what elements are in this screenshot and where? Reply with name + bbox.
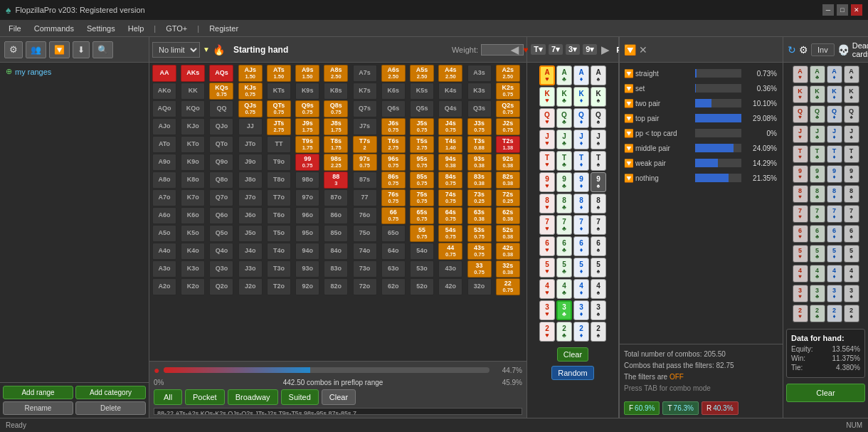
hand-cell-J7o[interactable]: J7o [238,189,263,206]
dead-card-7c[interactable]: 7♣ [810,205,825,223]
dead-card-8s[interactable]: 8♠ [844,185,859,203]
dead-card-Js[interactable]: J♠ [844,125,859,143]
delete-button[interactable]: Delete [75,401,146,415]
hand-cell-J4s[interactable]: J4s0.75 [438,118,462,135]
stat-filter-icon-4[interactable]: 🔽 [624,129,633,138]
hand-cell-Q7s[interactable]: Q7s [353,100,377,117]
hand-cell-T8s[interactable]: T8s1.75 [324,136,348,153]
hand-cell-53o[interactable]: 53o [410,260,434,278]
menu-settings[interactable]: Settings [81,23,121,34]
hand-cell-85o[interactable]: 85o [324,225,348,242]
hand-cell-K5s[interactable]: K5s [410,83,434,100]
stat-filter-icon-0[interactable]: 🔽 [624,69,633,78]
hand-cell-72o[interactable]: 72o [353,278,377,295]
hand-cell-A3s[interactable]: A3s [467,65,492,82]
hand-cell-ATs[interactable]: ATs1.50 [267,65,291,82]
hand-cell-92o[interactable]: 92o [295,278,319,295]
hand-cell-66[interactable]: 660.75 [381,207,406,224]
dead-card-4c[interactable]: 4♣ [810,265,825,283]
dead-card-As[interactable]: A♠ [844,65,859,83]
hand-cell-A5o[interactable]: A5o [152,225,176,242]
hand-cell-AQs[interactable]: AQs [209,65,233,82]
card-2c[interactable]: 2♣ [556,322,572,342]
nav-left[interactable]: ◀ [509,44,520,56]
hand-cell-K3s[interactable]: K3s [467,83,492,100]
hand-cell-96s[interactable]: 96s0.75 [381,154,406,171]
hand-cell-74o[interactable]: 74o [353,243,377,260]
hand-cell-74s[interactable]: 74s0.75 [438,189,462,206]
hand-cell-43s[interactable]: 43s0.75 [467,243,492,260]
dead-card-4s[interactable]: 4♠ [844,265,859,283]
hand-cell-94o[interactable]: 94o [295,243,319,260]
dead-card-2h[interactable]: 2♥ [793,305,808,322]
hand-cell-K9s[interactable]: K9s [295,83,319,100]
card-5d[interactable]: 5♦ [573,258,589,278]
card-3d[interactable]: 3♦ [573,300,589,320]
hand-cell-J8s[interactable]: J8s1.75 [324,118,348,135]
card-Ad[interactable]: A♦ [573,65,589,85]
menu-register[interactable]: Register [203,23,244,34]
range-item-root[interactable]: ⊕ my ranges [3,65,146,78]
card-2d[interactable]: 2♦ [573,322,589,342]
dead-card-Ah[interactable]: A♥ [793,65,808,83]
hand-cell-82o[interactable]: 82o [324,278,348,295]
dead-card-9c[interactable]: 9♣ [810,165,825,183]
hand-cell-Q4s[interactable]: Q4s [438,100,462,117]
rank-9-btn[interactable]: 9▾ [583,44,597,55]
dead-card-Ts[interactable]: T♠ [844,145,859,163]
hand-cell-K8o[interactable]: K8o [181,172,205,189]
hand-cell-JTs[interactable]: JTs2.75 [267,118,291,135]
hand-cell-K9o[interactable]: K9o [181,154,205,171]
hand-cell-KQo[interactable]: KQo [181,100,205,117]
hand-cell-55[interactable]: 550.75 [410,225,434,242]
card-Kd[interactable]: K♦ [573,87,589,107]
hand-cell-62s[interactable]: 62s0.38 [496,207,520,224]
import-button[interactable]: ⬇ [73,41,90,58]
hand-cell-75o[interactable]: 75o [353,225,377,242]
hand-cell-KJo[interactable]: KJo [181,118,205,135]
hand-cell-Q8o[interactable]: Q8o [209,172,233,189]
hand-cell-86s[interactable]: 86s0.75 [381,172,406,189]
clear-river-button[interactable]: Clear [557,347,588,362]
hand-cell-K4o[interactable]: K4o [181,243,205,260]
rank-3-btn[interactable]: 3▾ [566,44,580,55]
card-Ts[interactable]: T♠ [591,151,606,171]
card-8d[interactable]: 8♦ [573,194,589,214]
card-Ah[interactable]: A♥ [539,65,555,85]
dead-card-5h[interactable]: 5♥ [793,245,808,263]
hand-cell-T9s[interactable]: T9s1.75 [295,136,319,153]
card-Qh[interactable]: Q♥ [539,108,555,128]
clear-grid-button[interactable]: Clear [322,389,356,405]
add-range-button[interactable]: Add range [3,386,73,399]
all-button[interactable]: All [154,389,182,405]
card-6h[interactable]: 6♥ [539,236,555,256]
hand-cell-KTo[interactable]: KTo [181,136,205,153]
hand-cell-63o[interactable]: 63o [381,260,406,278]
broadway-button[interactable]: Broadway [228,389,278,405]
card-4d[interactable]: 4♦ [573,279,589,299]
card-2s[interactable]: 2♠ [591,322,606,342]
dead-card-8h[interactable]: 8♥ [793,185,808,203]
dead-card-3d[interactable]: 3♦ [827,285,842,302]
hand-cell-42s[interactable]: 42s0.38 [496,243,520,260]
card-9c[interactable]: 9♣ [556,172,572,192]
hand-cell-K2o[interactable]: K2o [181,278,205,295]
hand-cell-82s[interactable]: 82s0.38 [496,172,520,189]
menu-commands[interactable]: Commands [28,23,80,34]
hand-cell-93s[interactable]: 93s0.38 [467,154,492,171]
card-Qc[interactable]: Q♣ [556,108,572,128]
dead-card-Qc[interactable]: Q♣ [810,105,825,123]
hand-cell-A2s[interactable]: A2s2.50 [496,65,520,82]
card-5s[interactable]: 5♠ [591,258,606,278]
hand-cell-A9o[interactable]: A9o [152,154,176,171]
dead-card-5d[interactable]: 5♦ [827,245,842,263]
hand-cell-33[interactable]: 330.75 [467,260,492,278]
limit-select[interactable]: No limit [152,42,200,58]
hand-cell-77[interactable]: 77 [353,189,377,206]
hand-cell-95s[interactable]: 95s0.75 [410,154,434,171]
hand-cell-Q7o[interactable]: Q7o [209,189,233,206]
filter-btn-r[interactable]: R40.3% [702,401,739,415]
hand-cell-K8s[interactable]: K8s [324,83,348,100]
stat-filter-icon-5[interactable]: 🔽 [624,144,633,153]
card-3c[interactable]: 3♣ [556,300,572,320]
